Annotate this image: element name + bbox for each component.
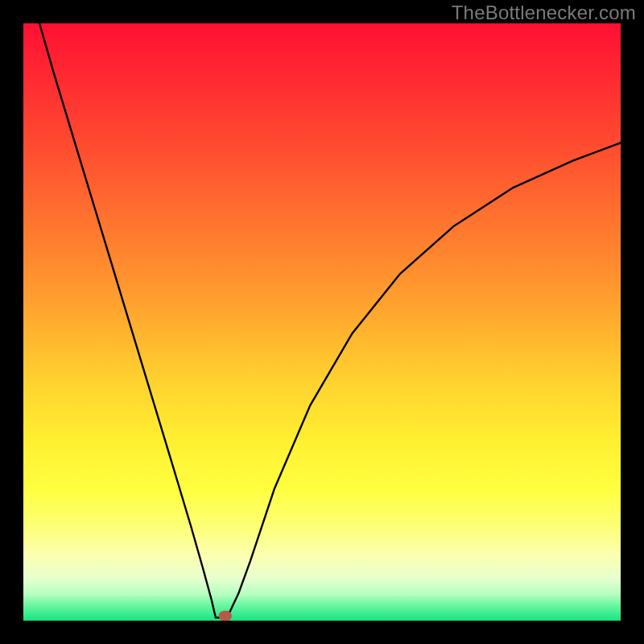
chart-frame: TheBottlenecker.com: [0, 0, 644, 644]
bottleneck-curve: [23, 23, 621, 621]
watermark-text: TheBottlenecker.com: [452, 2, 636, 24]
plot-area: [23, 23, 621, 621]
